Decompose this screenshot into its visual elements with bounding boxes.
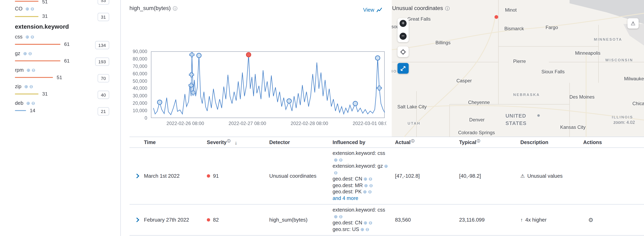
filter-plus-icon[interactable]: ⊕ — [334, 214, 338, 219]
critical-marker[interactable] — [246, 53, 251, 57]
filter-plus-icon[interactable]: ⊕ — [23, 51, 27, 56]
y-tick-label: 40,000 — [133, 86, 147, 91]
filter-plus-icon[interactable]: ⊕ — [364, 183, 368, 188]
filter-plus-icon[interactable]: ⊕ — [24, 84, 28, 89]
filter-plus-icon[interactable]: ⊕ — [364, 176, 367, 181]
anomaly-marker[interactable] — [375, 56, 380, 60]
filter-minus-icon[interactable]: ⊖ — [368, 189, 372, 194]
map-panel-title: Unusual coordinatesⓘ — [392, 5, 450, 12]
view-link-label: View — [363, 7, 374, 13]
zoom-in-button[interactable]: + — [400, 20, 406, 27]
cell-typical: 23,116.099 — [458, 214, 519, 225]
sidebar-items: css⊕⊖61134gz⊕⊖61193rpm⊕⊖5170zip⊕⊖3140deb… — [0, 0, 120, 236]
fit-to-data-button[interactable] — [398, 63, 409, 74]
cell-description: ↑4x higher — [519, 214, 582, 225]
cell-description: ⚠Unusual values — [519, 170, 582, 181]
filter-plus-icon[interactable]: ⊕ — [26, 101, 30, 105]
filter-minus-icon[interactable]: ⊖ — [365, 227, 369, 232]
map-warning-button[interactable]: ⚠ — [628, 18, 638, 29]
and-n-more-link[interactable]: and 4 more — [332, 195, 358, 201]
x-tick-label: 2022-03-01 08:00 — [353, 121, 386, 126]
filter-minus-icon[interactable]: ⊖ — [30, 84, 33, 89]
expand-row-button[interactable] — [134, 174, 139, 178]
filter-minus-icon[interactable]: ⊖ — [368, 220, 372, 225]
map-label-city: Des Moines — [569, 94, 594, 99]
actions-gear-button[interactable]: ⚙ — [588, 216, 593, 223]
filter-minus-icon[interactable]: ⊖ — [32, 68, 36, 72]
influencer-item-deb: deb⊕⊖1421 — [0, 100, 120, 117]
map-label-city: Great Falls — [408, 17, 430, 22]
map-label-city: Fargo — [546, 25, 558, 30]
y-tick-label: 20,000 — [133, 100, 147, 106]
map-label-city: Billings — [436, 40, 450, 45]
filter-minus-icon[interactable]: ⊖ — [339, 157, 343, 162]
filter-plus-icon[interactable]: ⊕ — [334, 157, 338, 162]
map-label-city: Minot — [505, 8, 517, 13]
multi-bucket-marker[interactable] — [377, 86, 382, 90]
unusual-coordinates-map[interactable]: Unusual coordinatesⓘ + − ⚠ zoom: 4.02 Mi… — [392, 0, 644, 137]
y-tick-label: 80,000 — [133, 56, 147, 62]
cell-influenced-by: extension.keyword: css⊕⊖geo.dest: CN⊕⊖ge… — [331, 204, 393, 235]
metric-line — [154, 55, 385, 115]
zoom-out-button[interactable]: − — [400, 33, 406, 40]
influencer-count-badge: 21 — [98, 107, 109, 115]
anomaly-map-dot[interactable] — [494, 15, 498, 19]
multi-bucket-marker[interactable] — [190, 53, 194, 57]
filter-minus-icon[interactable]: ⊖ — [339, 214, 343, 219]
map-label-city: Denver — [469, 117, 485, 122]
info-icon[interactable]: ⓘ — [445, 6, 450, 11]
sort-desc-icon[interactable]: ↓ — [234, 140, 237, 146]
filter-plus-icon[interactable]: ⊕ — [360, 227, 364, 232]
influencer-count-badge: 193 — [95, 58, 109, 66]
filter-plus-icon[interactable]: ⊕ — [26, 35, 29, 39]
anomaly-marker[interactable] — [157, 100, 162, 105]
y-tick-label: 50,000 — [133, 78, 147, 84]
column-header-actual: Actualⓘ — [393, 139, 458, 145]
cell-severity: 91 — [205, 170, 268, 181]
filter-minus-icon[interactable]: ⊖ — [32, 101, 35, 105]
anomaly-marker[interactable] — [287, 99, 292, 103]
crosshair-icon — [400, 49, 406, 55]
column-header-detector: Detector — [268, 139, 331, 145]
expand-row-button[interactable] — [134, 217, 139, 222]
influencer-bar — [15, 94, 38, 94]
map-label-city: Casper — [456, 78, 472, 83]
arrow-up-icon: ↑ — [520, 217, 523, 223]
cell-detector: Unusual coordinates — [268, 170, 331, 181]
filter-minus-icon[interactable]: ⊖ — [334, 170, 338, 175]
top-influencers-sidebar: 51 53 CO ⊕ ⊖ 31 31 extension.keyword css… — [0, 0, 121, 236]
view-chart-link[interactable]: View — [363, 7, 382, 13]
anomaly-marker[interactable] — [196, 53, 201, 58]
multi-bucket-marker[interactable] — [191, 91, 196, 95]
filter-plus-icon[interactable]: ⊕ — [26, 68, 30, 72]
filter-plus-icon[interactable]: ⊕ — [363, 189, 367, 194]
anomaly-chart-plot[interactable] — [151, 51, 384, 118]
cell-time: February 27th 2022 — [142, 214, 205, 225]
city-dot[interactable] — [537, 114, 540, 117]
cell-typical: [40,-98.2] — [458, 170, 519, 181]
chart-panel-title: high_sum(bytes)ⓘ — [130, 5, 177, 12]
locate-button[interactable] — [398, 46, 409, 57]
column-header-severity[interactable]: Severityⓘ↓ — [205, 139, 268, 145]
filter-minus-icon[interactable]: ⊖ — [28, 51, 32, 56]
influencer-item-gz: gz⊕⊖61193 — [0, 51, 120, 67]
cell-actual: [47,-102.8] — [393, 170, 458, 181]
influencer-max-score: 14 — [30, 108, 36, 113]
filter-minus-icon[interactable]: ⊖ — [30, 35, 34, 39]
info-icon: ⓘ — [477, 139, 480, 143]
filter-minus-icon[interactable]: ⊖ — [368, 176, 372, 181]
x-tick-label: 2022-02-28 08:00 — [291, 121, 328, 126]
info-icon[interactable]: ⓘ — [173, 6, 177, 11]
multi-bucket-marker[interactable] — [189, 73, 194, 77]
filter-plus-icon[interactable]: ⊕ — [384, 163, 388, 168]
filter-minus-icon[interactable]: ⊖ — [369, 183, 373, 188]
anomaly-marker[interactable] — [353, 101, 358, 106]
filter-plus-icon[interactable]: ⊕ — [364, 220, 367, 225]
info-icon: ⓘ — [411, 139, 414, 143]
influencer-max-score: 31 — [42, 91, 48, 97]
cell-actions: ⚙ — [582, 214, 644, 225]
y-tick-label: 10,000 — [133, 108, 147, 114]
y-tick-label: 70,000 — [133, 63, 147, 69]
map-label-country: UNITED STATES — [506, 112, 530, 127]
map-label-state: NEBRASKA — [513, 93, 540, 97]
